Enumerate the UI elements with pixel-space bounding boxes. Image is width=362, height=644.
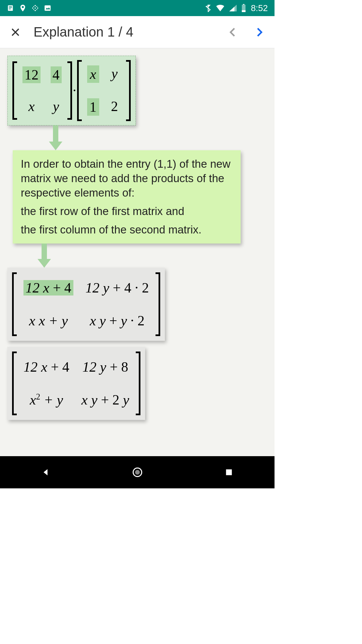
matrix-b-r1c1: x	[87, 65, 99, 83]
svg-rect-2	[9, 7, 12, 8]
svg-rect-26	[226, 469, 232, 475]
result1-r2c2: x y + y · 2	[85, 313, 149, 329]
svg-point-6	[35, 7, 36, 9]
svg-rect-21	[42, 244, 47, 260]
result1-r1c2: 12 y + 4 · 2	[85, 280, 149, 296]
next-button[interactable]	[251, 24, 267, 40]
svg-point-13	[36, 9, 37, 10]
clock-text: 8:52	[251, 3, 268, 13]
page-title: Explanation 1 / 4	[34, 24, 215, 40]
svg-point-4	[22, 6, 24, 8]
svg-rect-1	[9, 6, 12, 7]
result2-r2c2: x y + 2 y	[81, 392, 129, 408]
down-arrow-icon	[48, 125, 63, 150]
status-right-icons: 8:52	[205, 3, 268, 13]
svg-rect-3	[9, 9, 11, 9]
svg-marker-20	[49, 142, 62, 150]
maps-icon	[19, 4, 27, 12]
home-soft-button[interactable]	[129, 464, 145, 480]
svg-rect-19	[53, 125, 58, 142]
svg-rect-16	[243, 4, 244, 5]
dots-icon	[32, 4, 39, 12]
matrix-b-r1c2: y	[109, 65, 121, 83]
matrix-a-r2c1: x	[22, 98, 41, 114]
down-arrow-icon	[37, 244, 52, 268]
svg-rect-18	[242, 10, 246, 12]
status-bar: 8:52	[0, 0, 275, 16]
svg-point-11	[36, 6, 37, 7]
android-nav-bar	[0, 456, 275, 488]
matrix-a-r2c2: y	[50, 98, 62, 114]
result1-r2c1: x x + y	[23, 313, 73, 329]
close-button[interactable]	[7, 24, 23, 40]
signal-icon	[229, 5, 237, 11]
result2-r2c1: x2 + y	[23, 392, 69, 408]
matrix-a-r1c2: 4	[50, 67, 62, 83]
svg-point-10	[33, 6, 34, 7]
result-matrix-1: 12 x + 4 12 y + 4 · 2 x x + y x y + y · …	[7, 268, 165, 341]
svg-marker-23	[44, 469, 48, 476]
svg-point-5	[35, 5, 36, 6]
svg-point-12	[33, 9, 34, 10]
svg-point-9	[37, 7, 39, 9]
matrix-a: 12 4 x y	[14, 61, 71, 120]
svg-point-25	[135, 470, 139, 475]
explanation-text-2: the first row of the first matrix and	[21, 204, 233, 219]
wifi-icon	[216, 5, 225, 11]
explanation-text-3: the first column of the second matrix.	[21, 223, 233, 237]
matrix-a-r1c1: 12	[22, 67, 41, 83]
multiply-dot: ·	[73, 83, 76, 99]
app-bar: Explanation 1 / 4	[0, 16, 275, 48]
status-left-icons	[7, 4, 52, 12]
svg-point-8	[32, 7, 34, 9]
result2-r1c1: 12 x + 4	[23, 359, 69, 375]
result2-r1c2: 12 y + 8	[81, 359, 129, 375]
bluetooth-icon	[205, 4, 211, 12]
svg-rect-14	[45, 5, 51, 11]
matrix-b: x y 1 2	[78, 60, 129, 121]
image-icon	[44, 4, 52, 12]
battery-icon	[241, 4, 246, 12]
prev-button[interactable]	[225, 24, 241, 40]
svg-point-7	[35, 10, 36, 11]
svg-marker-22	[38, 259, 51, 268]
back-soft-button[interactable]	[38, 464, 54, 480]
explanation-text-1: In order to obtain the entry (1,1) of th…	[21, 157, 233, 200]
explanation-panel: In order to obtain the entry (1,1) of th…	[13, 150, 241, 244]
notification-icon	[7, 4, 14, 12]
overview-soft-button[interactable]	[221, 464, 237, 480]
matrix-b-r2c2: 2	[109, 98, 121, 116]
matrices-panel: 12 4 x y · x y 1 2	[7, 56, 136, 125]
result-matrix-2: 12 x + 4 12 y + 8 x2 + y x y + 2 y	[7, 347, 145, 420]
matrix-b-r2c1: 1	[87, 98, 99, 116]
content-area: 12 4 x y · x y 1 2 In order to obtain th…	[0, 48, 275, 456]
result1-r1c1: 12 x + 4	[23, 280, 73, 296]
